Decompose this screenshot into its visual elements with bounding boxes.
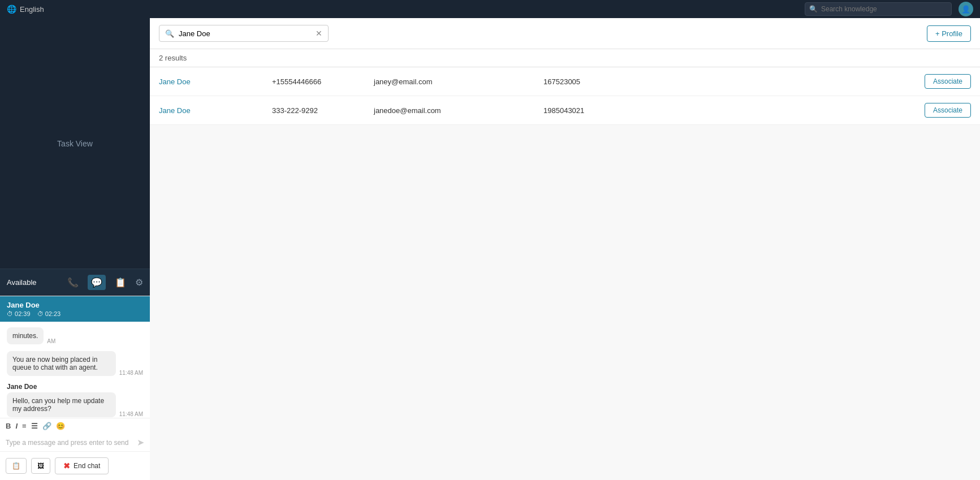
end-chat-button[interactable]: ✖ End chat [55, 457, 109, 474]
bubble-1: minutes. [7, 327, 44, 344]
chat-input-placeholder: Type a message and press enter to send [6, 439, 128, 447]
search-input[interactable] [179, 29, 311, 38]
clipboard-icon[interactable]: 📋 [115, 277, 126, 288]
italic-button[interactable]: I [15, 422, 18, 430]
associate-button-1[interactable]: Associate [925, 74, 971, 89]
phone-icon[interactable]: 📞 [67, 277, 79, 288]
sender-3: Jane Doe [7, 383, 143, 391]
contact-id-1: 167523005 [543, 77, 903, 86]
time-2: 11:48 AM [119, 370, 143, 376]
table-row: Jane Doe +15554446666 janey@email.com 16… [150, 67, 980, 96]
language-selector[interactable]: 🌐 English [7, 5, 44, 14]
contact-id-2: 1985043021 [543, 106, 903, 115]
chat-icon[interactable]: 💬 [88, 275, 106, 290]
status-bar: Available 📞 💬 📋 ⚙ [0, 269, 150, 296]
sidebar: Task View Available 📞 💬 📋 ⚙ Jane Doe ⏱ 0… [0, 18, 150, 480]
task-view-label: Task View [57, 139, 93, 148]
time-1: AM [47, 338, 55, 344]
results-count: 2 results [150, 49, 980, 67]
knowledge-search-wrap: 🔍 [805, 2, 952, 16]
search-bar: 🔍 ✕ + Profile [150, 18, 980, 49]
globe-icon: 🌐 [7, 5, 16, 14]
status-label: Available [7, 278, 58, 287]
chat-input-area[interactable]: Type a message and press enter to send ➤ [0, 434, 150, 451]
chat-time2: ⏱ 02:23 [37, 310, 61, 317]
unordered-list-button[interactable]: ≡ [22, 422, 27, 430]
contact-phone-1: +15554446666 [272, 77, 374, 86]
ordered-list-button[interactable]: ☰ [31, 422, 38, 430]
language-label: English [20, 5, 44, 14]
knowledge-search-input[interactable] [805, 2, 952, 16]
main-content: 🔍 ✕ + Profile 2 results Jane Doe +155544… [150, 18, 980, 480]
contact-name-2[interactable]: Jane Doe [159, 106, 272, 115]
bubble-3: Hello, can you help me update my address… [7, 392, 116, 417]
emoji-button[interactable]: 😊 [56, 422, 65, 430]
send-icon[interactable]: ➤ [137, 437, 144, 448]
chat-panel: Jane Doe ⏱ 02:39 ⏱ 02:23 minutes. AM You… [0, 296, 150, 480]
sidebar-top: Task View [0, 18, 150, 269]
chat-contact-times: ⏱ 02:39 ⏱ 02:23 [7, 310, 143, 317]
contact-action-2: Associate [903, 103, 971, 118]
results-table: Jane Doe +15554446666 janey@email.com 16… [150, 67, 980, 125]
search-clear-icon[interactable]: ✕ [316, 29, 322, 38]
avatar[interactable]: 👤 [959, 2, 973, 16]
message-2: You are now being placed in queue to cha… [7, 351, 143, 376]
time-3: 11:48 AM [119, 411, 143, 417]
search-input-wrap: 🔍 ✕ [159, 25, 329, 42]
message-1: minutes. AM [7, 327, 143, 344]
contact-name-1[interactable]: Jane Doe [159, 77, 272, 86]
profile-button[interactable]: + Profile [927, 25, 971, 42]
message-3: Jane Doe Hello, can you help me update m… [7, 383, 143, 417]
top-bar: 🌐 English 🔍 👤 [0, 0, 980, 18]
end-chat-label: End chat [74, 462, 100, 470]
results-count-text: 2 results [159, 54, 187, 62]
bubble-2: You are now being placed in queue to cha… [7, 351, 116, 376]
bold-button[interactable]: B [6, 422, 11, 430]
avatar-initial: 👤 [961, 5, 970, 14]
knowledge-search-icon: 🔍 [809, 5, 818, 13]
end-chat-x-icon: ✖ [63, 461, 70, 470]
contact-email-2: janedoe@email.com [374, 106, 543, 115]
action-button-2[interactable]: 🖼 [31, 458, 50, 474]
top-bar-right: 🔍 👤 [805, 2, 973, 16]
chat-actions: 📋 🖼 ✖ End chat [0, 451, 150, 480]
contact-action-1: Associate [903, 74, 971, 89]
action-button-1[interactable]: 📋 [6, 458, 27, 474]
chat-contact-header[interactable]: Jane Doe ⏱ 02:39 ⏱ 02:23 [0, 296, 150, 322]
chat-time1: ⏱ 02:39 [7, 310, 31, 317]
associate-button-2[interactable]: Associate [925, 103, 971, 118]
settings-icon[interactable]: ⚙ [135, 277, 143, 288]
chat-messages: minutes. AM You are now being placed in … [0, 322, 150, 418]
chat-contact-name: Jane Doe [7, 301, 143, 309]
contact-phone-2: 333-222-9292 [272, 106, 374, 115]
chat-toolbar: B I ≡ ☰ 🔗 😊 [0, 418, 150, 434]
search-icon: 🔍 [165, 29, 174, 38]
main-layout: Task View Available 📞 💬 📋 ⚙ Jane Doe ⏱ 0… [0, 18, 980, 480]
contact-email-1: janey@email.com [374, 77, 543, 86]
link-button[interactable]: 🔗 [42, 422, 51, 430]
table-row: Jane Doe 333-222-9292 janedoe@email.com … [150, 96, 980, 125]
